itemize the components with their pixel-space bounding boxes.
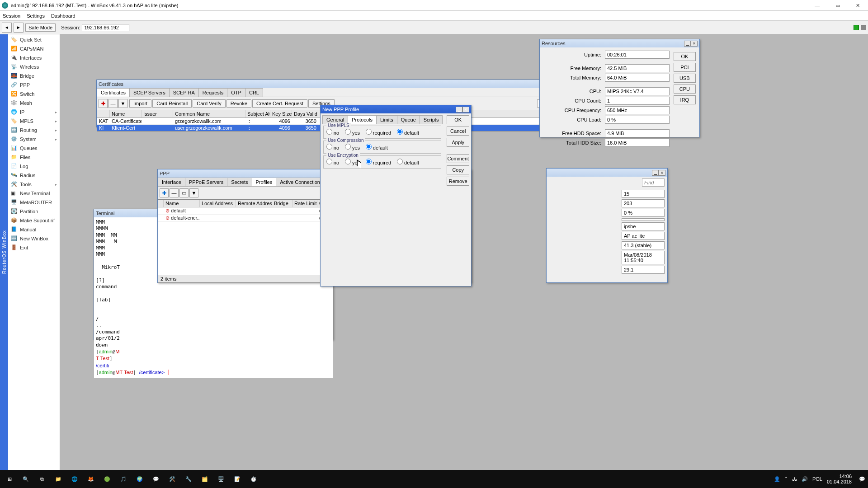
- edge-icon[interactable]: 🌐: [68, 472, 81, 486]
- sidebar-item-new-winbox[interactable]: 🆕New WinBox: [8, 234, 60, 243]
- skype-icon[interactable]: 💬: [149, 472, 163, 486]
- sidebar-item-radius[interactable]: 🛰️Radius: [8, 171, 60, 180]
- column-header[interactable]: Days Valid: [292, 110, 318, 117]
- winbox-icon[interactable]: 🖥️: [214, 472, 228, 486]
- sidebar-item-ip[interactable]: 🌐IP: [8, 108, 60, 117]
- mpls-no[interactable]: no: [326, 131, 339, 136]
- menu-dashboard[interactable]: Dashboard: [51, 13, 75, 19]
- copy-button[interactable]: Copy: [447, 165, 469, 174]
- app-icon[interactable]: 🛠️: [165, 472, 179, 486]
- forward-button[interactable]: ►: [14, 23, 24, 33]
- menu-session[interactable]: Session: [3, 13, 20, 19]
- remove-button[interactable]: —: [108, 99, 118, 108]
- filter-button[interactable]: ▼: [118, 99, 127, 108]
- min-icon[interactable]: ▁: [456, 107, 462, 113]
- menu-settings[interactable]: Settings: [27, 13, 45, 19]
- column-header[interactable]: Name: [110, 110, 142, 117]
- tab-scep-ra[interactable]: SCEP RA: [169, 88, 199, 97]
- enc-no[interactable]: no: [326, 160, 339, 165]
- search-icon[interactable]: 🔍: [19, 472, 33, 486]
- filter-button[interactable]: ▼: [189, 188, 198, 197]
- start-button[interactable]: ⊞: [3, 472, 16, 486]
- safe-mode-button[interactable]: Safe Mode: [25, 23, 56, 32]
- firefox-icon[interactable]: 🦊: [84, 472, 98, 486]
- maximize-button[interactable]: ▭: [827, 0, 848, 11]
- column-header[interactable]: Issuer: [142, 110, 173, 117]
- comp-yes[interactable]: yes: [345, 145, 360, 150]
- sidebar-item-partition[interactable]: 💽Partition: [8, 207, 60, 216]
- sidebar-item-routing[interactable]: ↔️Routing: [8, 126, 60, 135]
- tab-active-connections[interactable]: Active Connections: [276, 178, 326, 186]
- usb-button[interactable]: USB: [674, 74, 696, 83]
- sidebar-item-files[interactable]: 📁Files: [8, 153, 60, 162]
- close-icon[interactable]: ✕: [659, 170, 665, 176]
- tab-scep-servers[interactable]: SCEP Servers: [129, 88, 170, 97]
- add-button[interactable]: ✚: [160, 188, 169, 197]
- column-header[interactable]: Name: [164, 200, 200, 207]
- enc-default[interactable]: default: [397, 160, 419, 165]
- sidebar-item-interfaces[interactable]: 🔌Interfaces: [8, 53, 60, 62]
- sidebar-item-make-supout.rif[interactable]: 📦Make Supout.rif: [8, 216, 60, 225]
- mpls-default[interactable]: default: [397, 131, 419, 136]
- app-icon[interactable]: ⏱️: [247, 472, 260, 486]
- taskview-icon[interactable]: ⧉: [35, 472, 49, 486]
- sidebar-item-exit[interactable]: 🚪Exit: [8, 243, 60, 252]
- find-input[interactable]: [642, 178, 665, 187]
- mpls-required[interactable]: required: [366, 131, 391, 136]
- column-header[interactable]: Rate Limit...: [292, 200, 317, 207]
- column-header[interactable]: Common Name: [173, 110, 245, 117]
- min-icon[interactable]: ▁: [684, 41, 691, 47]
- clock[interactable]: 14:0601.04.2018: [827, 474, 852, 484]
- sidebar-item-system[interactable]: ⚙️System: [8, 135, 60, 144]
- chrome-icon[interactable]: 🟢: [100, 472, 114, 486]
- sidebar-item-mesh[interactable]: 🕸️Mesh: [8, 99, 60, 108]
- sidebar-item-capsman[interactable]: 📶CAPsMAN: [8, 44, 60, 53]
- tab-requests[interactable]: Requests: [198, 88, 227, 97]
- sidebar-item-mpls[interactable]: 🏷️MPLS: [8, 117, 60, 126]
- column-header[interactable]: [97, 110, 110, 117]
- column-header[interactable]: Key Size: [270, 110, 292, 117]
- remove-button[interactable]: Remove: [447, 177, 469, 186]
- tray-volume-icon[interactable]: 🔊: [802, 476, 808, 482]
- column-header[interactable]: Subject Alt. N...: [245, 110, 270, 117]
- sidebar-item-log[interactable]: 📄Log: [8, 162, 60, 171]
- sidebar-item-queues[interactable]: 📊Queues: [8, 144, 60, 153]
- tray-up-icon[interactable]: ˄: [785, 476, 788, 482]
- add-button[interactable]: ✚: [99, 99, 108, 108]
- back-button[interactable]: ◄: [2, 23, 12, 33]
- tab-otp[interactable]: OTP: [227, 88, 245, 97]
- comp-default[interactable]: default: [366, 145, 388, 150]
- settings-button[interactable]: ▭: [179, 188, 189, 197]
- column-header[interactable]: [158, 200, 164, 207]
- ok-button[interactable]: OK: [674, 52, 696, 61]
- comp-no[interactable]: no: [326, 145, 339, 150]
- notifications-icon[interactable]: 💬: [859, 476, 865, 482]
- close-icon[interactable]: ✕: [462, 107, 469, 113]
- comment-button[interactable]: Comment: [447, 154, 469, 163]
- close-button[interactable]: ✕: [848, 0, 868, 11]
- ok-button[interactable]: OK: [447, 115, 469, 124]
- tab-scripts[interactable]: Scripts: [420, 115, 443, 124]
- sidebar-item-wireless[interactable]: 📡Wireless: [8, 62, 60, 71]
- tray-language[interactable]: POL: [812, 476, 822, 482]
- app-icon[interactable]: 🌍: [133, 472, 146, 486]
- card-reinstall-button[interactable]: Card Reinstall: [152, 99, 192, 108]
- tab-limits[interactable]: Limits: [376, 115, 397, 124]
- minimize-button[interactable]: —: [807, 0, 827, 11]
- tab-certificates[interactable]: Certificates: [97, 88, 130, 97]
- irq-button[interactable]: IRQ: [674, 95, 696, 104]
- tab-interface[interactable]: Interface: [158, 178, 185, 186]
- column-header[interactable]: Local Address: [200, 200, 236, 207]
- sidebar-item-tools[interactable]: 🛠️Tools: [8, 180, 60, 189]
- apply-button[interactable]: Apply: [447, 138, 469, 147]
- sidebar-item-bridge[interactable]: 🌉Bridge: [8, 71, 60, 80]
- enc-required[interactable]: required: [366, 160, 391, 165]
- sidebar-item-metarouter[interactable]: 🖥️MetaROUTER: [8, 198, 60, 207]
- create-cert-request-button[interactable]: Create Cert. Request: [252, 99, 307, 108]
- revoke-button[interactable]: Revoke: [226, 99, 251, 108]
- cancel-button[interactable]: Cancel: [447, 127, 469, 136]
- pci-button[interactable]: PCI: [674, 63, 696, 72]
- tab-secrets[interactable]: Secrets: [227, 178, 252, 186]
- tab-pppoe-servers[interactable]: PPPoE Servers: [185, 178, 227, 186]
- tab-profiles[interactable]: Profiles: [252, 178, 277, 186]
